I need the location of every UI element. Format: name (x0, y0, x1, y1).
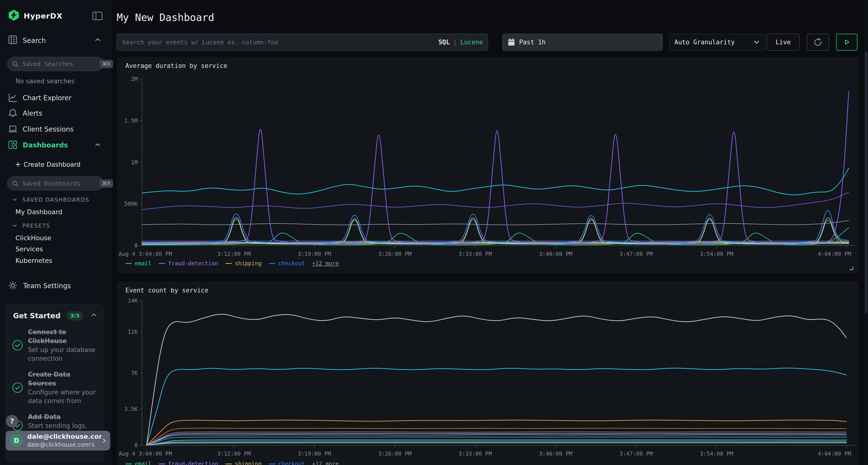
get-started-collapse-chevron-icon[interactable] (91, 313, 97, 318)
legend-label: shipping (235, 260, 261, 266)
sidebar-item-services[interactable]: Services (16, 245, 43, 253)
svg-text:14K: 14K (128, 298, 138, 304)
mode-divider: | (453, 38, 457, 46)
run-query-button[interactable] (836, 34, 858, 51)
legend-more-link[interactable]: +12 more (312, 461, 339, 465)
legend-more-link[interactable]: +12 more (312, 260, 339, 266)
get-started-step[interactable]: Create Data Sources Configure where your… (12, 370, 97, 405)
legend-label: checkout (278, 260, 305, 266)
legend-swatch (125, 464, 132, 464)
svg-text:3:54:00 PM: 3:54:00 PM (700, 251, 733, 257)
legend-item[interactable]: shipping (225, 461, 261, 465)
panel-resize-handle[interactable] (850, 266, 853, 270)
legend-item[interactable]: email (125, 461, 151, 465)
legend-label: fraud-detection (168, 260, 218, 266)
saved-dashboards-input[interactable] (22, 180, 100, 187)
svg-text:500K: 500K (124, 201, 138, 207)
step-title: Create Data Sources (28, 371, 70, 387)
legend-item[interactable]: shipping (225, 260, 261, 266)
legend-label: email (135, 260, 151, 266)
sidebar-item-my-dashboard[interactable]: My Dashboard (16, 208, 62, 215)
get-started-step[interactable]: Connect to ClickHouse Set up your databa… (12, 328, 97, 363)
sql-mode-toggle[interactable]: SQL (438, 38, 450, 46)
user-org: dale@clickhouse.com's (27, 441, 101, 449)
user-account-chip[interactable]: D dale@clickhouse.com dale@clickhouse.co… (5, 431, 110, 451)
avatar: D (10, 434, 23, 447)
svg-text:4:04:00 PM: 4:04:00 PM (818, 451, 851, 457)
step-title: Connect to ClickHouse (28, 328, 67, 344)
sidebar-item-alerts[interactable]: Alerts (23, 109, 42, 117)
dashboards-icon (8, 140, 18, 151)
legend-swatch (269, 464, 275, 464)
line-chart-average-duration[interactable]: 0500K1M1.5M2MAug 4 3:04:00 PM3:12:00 PM3… (117, 57, 859, 273)
chevron-down-icon[interactable] (12, 224, 18, 228)
sidebar-item-clickhouse[interactable]: ClickHouse (16, 234, 51, 242)
section-saved-dashboards[interactable]: SAVED DASHBOARDS (22, 197, 89, 203)
search-collapse-chevron-icon[interactable] (94, 38, 101, 43)
saved-searches-search[interactable]: ⌘K (7, 57, 103, 71)
dashboards-collapse-chevron-icon[interactable] (94, 143, 101, 148)
sidebar: HyperDX Search ⌘K No saved searches Char… (0, 0, 111, 465)
section-presets[interactable]: PRESETS (22, 223, 50, 229)
calendar-icon (507, 38, 515, 46)
legend-item[interactable]: fraud-detection (159, 260, 218, 266)
saved-dashboards-search[interactable]: ⌘K (7, 176, 103, 191)
chart-panel-event-count[interactable]: Event count by service 03.5K7K11K14KAug … (117, 281, 859, 465)
chevron-right-icon (101, 437, 107, 444)
svg-text:4:04:00 PM: 4:04:00 PM (818, 251, 851, 257)
sidebar-collapse-icon[interactable] (92, 11, 103, 22)
create-dashboard-button[interactable]: Create Dashboard (24, 161, 81, 168)
lucene-mode-toggle[interactable]: Lucene (460, 38, 483, 46)
alerts-bell-icon (8, 108, 18, 119)
step-subtitle: Configure where your data comes from (28, 389, 96, 404)
svg-text:3:47:00 PM: 3:47:00 PM (619, 251, 653, 257)
chart-panel-average-duration[interactable]: Average duration by service 0500K1M1.5M2… (117, 57, 859, 273)
sidebar-item-search[interactable]: Search (23, 37, 46, 44)
search-icon (12, 61, 19, 67)
event-search-bar[interactable]: SQL | Lucene (117, 34, 488, 51)
live-button[interactable]: Live (767, 34, 800, 51)
help-question-mark: ? (10, 417, 14, 425)
legend-swatch (225, 263, 232, 264)
svg-text:0: 0 (134, 242, 138, 248)
svg-text:3:33:00 PM: 3:33:00 PM (459, 451, 492, 457)
gear-icon (8, 280, 18, 292)
page-title: My New Dashboard (117, 11, 214, 23)
time-range-picker[interactable]: Past 1h (502, 34, 662, 51)
svg-text:7K: 7K (131, 370, 138, 376)
legend-item[interactable]: checkout (269, 260, 305, 266)
live-label: Live (776, 38, 791, 46)
svg-text:3:40:00 PM: 3:40:00 PM (539, 451, 572, 457)
event-search-input[interactable] (122, 38, 435, 46)
legend-swatch (225, 464, 232, 464)
granularity-select[interactable]: Auto Granularity (669, 34, 765, 51)
svg-text:3:26:00 PM: 3:26:00 PM (378, 251, 411, 257)
legend-label: checkout (278, 461, 305, 465)
sidebar-item-dashboards[interactable]: Dashboards (23, 141, 68, 149)
legend-label: fraud-detection (168, 461, 218, 465)
chart-legend[interactable]: email fraud-detection shipping checkout … (125, 461, 339, 465)
chevron-down-icon[interactable] (12, 198, 18, 202)
sidebar-item-client-sessions[interactable]: Client Sessions (23, 125, 73, 133)
svg-text:3:19:00 PM: 3:19:00 PM (298, 451, 331, 457)
legend-swatch (159, 263, 165, 264)
legend-item[interactable]: email (125, 260, 151, 266)
legend-item[interactable]: fraud-detection (159, 461, 218, 465)
sidebar-item-team-settings[interactable]: Team Settings (23, 282, 71, 290)
legend-item[interactable]: checkout (269, 461, 305, 465)
line-chart-event-count[interactable]: 03.5K7K11K14KAug 4 3:04:00 PM3:12:00 PM3… (117, 281, 859, 465)
refresh-button[interactable] (807, 34, 829, 51)
chart-legend[interactable]: email fraud-detection shipping checkout … (125, 260, 339, 266)
search-icon (12, 180, 19, 187)
scrollbar-thumb[interactable] (865, 51, 867, 314)
check-circle-icon (12, 382, 23, 393)
search-section-icon (8, 35, 18, 46)
saved-searches-input[interactable] (22, 60, 100, 68)
refresh-icon (813, 37, 823, 47)
sidebar-item-chart-explorer[interactable]: Chart Explorer (23, 94, 71, 102)
chevron-down-icon (753, 40, 760, 44)
help-button[interactable]: ? (6, 415, 18, 427)
sidebar-item-kubernetes[interactable]: Kubernetes (16, 257, 52, 264)
get-started-progress-badge: 3/3 (66, 311, 84, 321)
step-title: Add Data (28, 413, 61, 421)
